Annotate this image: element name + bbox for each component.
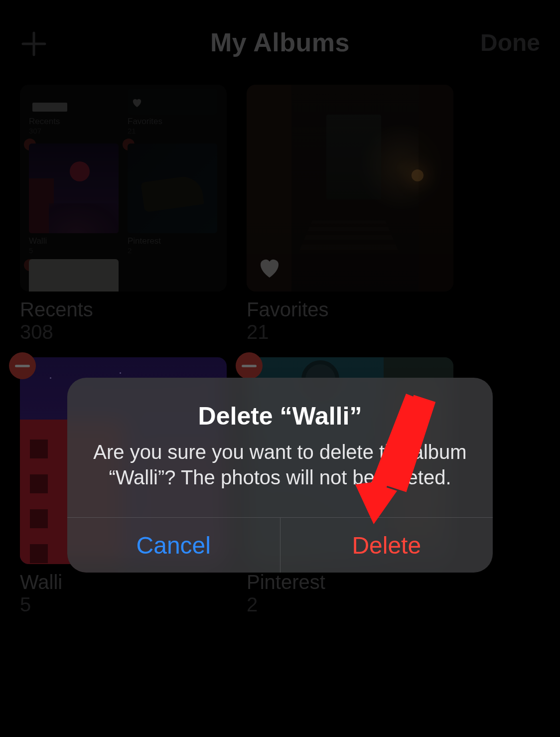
dialog-message: Are you sure you want to delete the albu…: [87, 440, 473, 490]
dialog-title: Delete “Walli”: [87, 402, 473, 431]
cancel-button[interactable]: Cancel: [67, 518, 280, 573]
modal-overlay: [0, 0, 560, 737]
dialog-buttons: Cancel Delete: [67, 517, 493, 573]
delete-button[interactable]: Delete: [280, 518, 493, 573]
delete-confirm-dialog: Delete “Walli” Are you sure you want to …: [67, 378, 493, 573]
